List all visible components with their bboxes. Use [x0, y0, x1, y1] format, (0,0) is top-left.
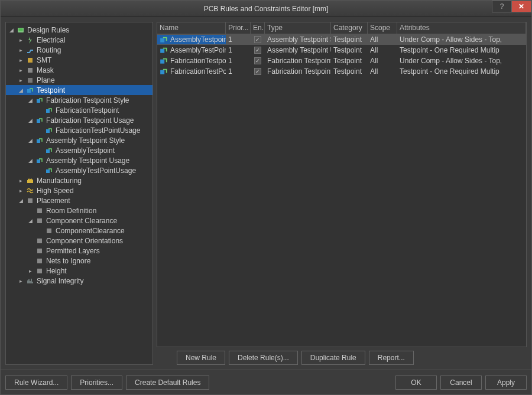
- apply-button[interactable]: Apply: [485, 376, 527, 390]
- testpoint-icon: [160, 68, 168, 75]
- rule-wizard-button[interactable]: Rule Wizard...: [5, 376, 67, 390]
- cell-category: Testpoint: [331, 45, 368, 55]
- tree-node[interactable]: ▸Height: [6, 266, 153, 276]
- titlebar: PCB Rules and Constraints Editor [mm] ? …: [1, 1, 531, 17]
- tree-node[interactable]: Nets to Ignore: [6, 256, 153, 266]
- col-header-enabled[interactable]: En...: [251, 22, 265, 34]
- tree-expander-icon[interactable]: ▸: [18, 57, 24, 63]
- ok-button[interactable]: OK: [395, 376, 437, 390]
- cell-category: Testpoint: [331, 67, 368, 76]
- priorities-button[interactable]: Priorities...: [71, 376, 122, 390]
- cell-scope: All: [368, 35, 397, 44]
- tree-node[interactable]: ▸Plane: [6, 75, 153, 85]
- rules-icon: [17, 27, 25, 34]
- tree-node[interactable]: ◢Assembly Testpoint Usage: [6, 155, 153, 165]
- tree-expander-icon[interactable]: ◢: [27, 117, 34, 123]
- tree-node[interactable]: Permitted Layers: [6, 246, 153, 256]
- enabled-checkbox[interactable]: ✓: [254, 47, 261, 54]
- tree-node[interactable]: ▸Electrical: [6, 35, 153, 45]
- svg-rect-1: [19, 28, 23, 29]
- tree-node[interactable]: ▸High Speed: [6, 185, 153, 195]
- tree-node[interactable]: FabricationTestpoint: [6, 105, 153, 115]
- tree-expander-icon[interactable]: ▸: [18, 67, 24, 73]
- tree-node[interactable]: ◢Fabrication Testpoint Style: [6, 95, 153, 105]
- duplicate-rule-button[interactable]: Duplicate Rule: [301, 351, 365, 365]
- tree-expander-icon[interactable]: ◢: [27, 157, 34, 164]
- enabled-checkbox[interactable]: ✓: [254, 36, 261, 43]
- placement-icon: [35, 247, 44, 254]
- table-row[interactable]: FabricationTestpoir1✓Fabrication Testpoi…: [157, 56, 526, 66]
- tree-expander-icon[interactable]: ◢: [18, 87, 24, 93]
- tree-expander-icon[interactable]: ▸: [18, 77, 24, 83]
- tree-expander-icon[interactable]: ▸: [18, 187, 24, 194]
- col-header-category[interactable]: Category: [331, 22, 368, 34]
- svg-rect-26: [160, 60, 164, 64]
- placement-icon: [35, 267, 44, 275]
- close-button[interactable]: ✕: [511, 1, 531, 12]
- help-button[interactable]: ?: [492, 1, 512, 12]
- tree-expander-icon[interactable]: ◢: [27, 217, 34, 224]
- tree-expander-icon[interactable]: ◢: [27, 97, 34, 103]
- col-header-type[interactable]: Type: [265, 22, 331, 34]
- col-header-priority[interactable]: Prior...: [226, 22, 251, 34]
- table-row[interactable]: AssemblyTestpoint1✓Assembly Testpoint ST…: [157, 34, 526, 45]
- svg-rect-11: [37, 139, 40, 143]
- new-rule-button[interactable]: New Rule: [177, 351, 225, 365]
- tree-expander-icon[interactable]: ▸: [18, 37, 24, 43]
- grid-header-row: Name Prior... En... Type Category Scope …: [157, 22, 526, 34]
- delete-rule-button[interactable]: Delete Rule(s)...: [229, 351, 298, 365]
- tree-node[interactable]: ◢Placement: [6, 195, 153, 205]
- tree-node[interactable]: ◢Fabrication Testpoint Usage: [6, 115, 153, 125]
- tree-node-label: Component Clearance: [46, 217, 117, 225]
- tree-expander-icon[interactable]: ◢: [8, 27, 15, 33]
- table-row[interactable]: AssemblyTestPointU1✓Assembly Testpoint U…: [157, 45, 526, 56]
- testpoint-icon: [45, 107, 53, 114]
- tree-node[interactable]: ◢Assembly Testpoint Style: [6, 135, 153, 145]
- col-header-scope[interactable]: Scope: [368, 22, 397, 34]
- tree-node-label: Manufacturing: [37, 177, 82, 185]
- svg-rect-27: [160, 70, 164, 74]
- tree-node[interactable]: ◢Component Clearance: [6, 216, 153, 226]
- svg-rect-20: [37, 239, 42, 243]
- tree-expander-icon[interactable]: ▸: [18, 177, 24, 184]
- report-button[interactable]: Report...: [369, 351, 414, 365]
- window-title: PCB Rules and Constraints Editor [mm]: [204, 5, 329, 13]
- col-header-name[interactable]: Name: [157, 22, 226, 34]
- tree-node[interactable]: Room Definition: [6, 205, 153, 216]
- rules-grid[interactable]: Name Prior... En... Type Category Scope …: [157, 22, 527, 347]
- svg-rect-13: [37, 159, 40, 163]
- tree-node-label: Assembly Testpoint Style: [46, 136, 125, 145]
- tree-node[interactable]: ▸SMT: [6, 55, 153, 65]
- rules-tree[interactable]: ◢Design Rules▸Electrical▸Routing▸SMT▸Mas…: [5, 22, 153, 365]
- enabled-checkbox[interactable]: ✓: [254, 68, 261, 75]
- tree-node[interactable]: ◢Testpoint: [6, 85, 153, 95]
- testpoint-icon: [26, 87, 34, 94]
- svg-rect-9: [37, 119, 40, 123]
- tree-expander-icon[interactable]: ▸: [18, 47, 24, 53]
- tree-node[interactable]: AssemblyTestPointUsage: [6, 165, 153, 175]
- tree-expander-icon[interactable]: ◢: [27, 137, 34, 143]
- tree-expander-icon[interactable]: ▸: [18, 278, 24, 284]
- table-row[interactable]: FabricationTestPoin1✓Fabrication Testpoi…: [157, 66, 526, 77]
- cell-name: AssemblyTestPointU: [157, 45, 226, 55]
- enabled-checkbox[interactable]: ✓: [254, 57, 261, 64]
- testpoint-icon: [35, 97, 44, 104]
- plane-icon: [26, 77, 34, 84]
- tree-node[interactable]: ◢Design Rules: [6, 25, 153, 35]
- cell-category: Testpoint: [331, 56, 368, 66]
- tree-node[interactable]: ▸Manufacturing: [6, 175, 153, 185]
- col-header-attributes[interactable]: Attributes: [397, 22, 526, 34]
- tree-node[interactable]: Component Orientations: [6, 236, 153, 246]
- cancel-button[interactable]: Cancel: [440, 376, 482, 390]
- create-default-rules-button[interactable]: Create Default Rules: [126, 376, 209, 390]
- tree-node[interactable]: ▸Mask: [6, 65, 153, 75]
- tree-expander-icon[interactable]: ▸: [27, 267, 34, 274]
- tree-node[interactable]: AssemblyTestpoint: [6, 145, 153, 155]
- tree-node[interactable]: ▸Routing: [6, 45, 153, 55]
- tree-node[interactable]: FabricationTestPointUsage: [6, 125, 153, 135]
- tree-expander-icon[interactable]: ◢: [18, 197, 24, 204]
- tree-node[interactable]: ComponentClearance: [6, 226, 153, 236]
- testpoint-icon: [35, 157, 44, 164]
- tree-node[interactable]: ▸Signal Integrity: [6, 276, 153, 286]
- tree-node-label: AssemblyTestpoint: [56, 146, 115, 155]
